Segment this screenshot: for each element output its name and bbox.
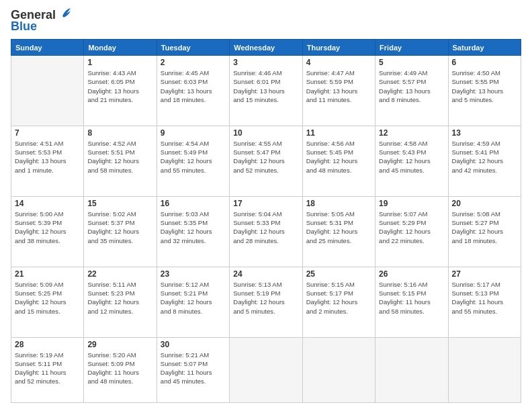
day-number: 12 [379,128,444,138]
day-info: Sunrise: 5:15 AM Sunset: 5:17 PM Dayligh… [306,280,371,316]
calendar-day-header: Friday [375,40,448,56]
day-number: 5 [379,58,444,67]
calendar-day-cell: 24Sunrise: 5:13 AM Sunset: 5:19 PM Dayli… [230,267,302,337]
calendar-week-row: 1Sunrise: 4:43 AM Sunset: 6:05 PM Daylig… [11,56,521,126]
calendar-day-header: Sunday [11,40,84,56]
calendar-day-header: Tuesday [157,40,229,56]
calendar-day-header: Thursday [302,40,375,56]
day-info: Sunrise: 4:55 AM Sunset: 5:47 PM Dayligh… [233,139,298,175]
calendar-day-cell: 13Sunrise: 4:59 AM Sunset: 5:41 PM Dayli… [448,126,521,196]
calendar-day-cell: 12Sunrise: 4:58 AM Sunset: 5:43 PM Dayli… [375,126,448,196]
day-info: Sunrise: 5:13 AM Sunset: 5:19 PM Dayligh… [233,280,298,316]
day-info: Sunrise: 4:51 AM Sunset: 5:53 PM Dayligh… [15,139,80,175]
day-number: 30 [161,340,226,349]
calendar-day-cell [375,337,448,403]
day-number: 15 [87,199,152,208]
calendar-header-row: SundayMondayTuesdayWednesdayThursdayFrid… [11,40,521,56]
calendar-table: SundayMondayTuesdayWednesdayThursdayFrid… [11,39,521,403]
calendar-week-row: 7Sunrise: 4:51 AM Sunset: 5:53 PM Daylig… [11,126,521,196]
day-info: Sunrise: 4:49 AM Sunset: 5:57 PM Dayligh… [379,68,444,104]
calendar-day-cell: 22Sunrise: 5:11 AM Sunset: 5:23 PM Dayli… [84,267,157,337]
calendar-day-cell: 18Sunrise: 5:05 AM Sunset: 5:31 PM Dayli… [302,196,375,267]
day-number: 19 [379,199,444,208]
day-number: 28 [15,340,80,349]
page: General Blue SundayMondayTuesdayWednesda… [0,0,532,411]
calendar-day-cell: 29Sunrise: 5:20 AM Sunset: 5:09 PM Dayli… [84,337,157,403]
calendar-day-cell: 21Sunrise: 5:09 AM Sunset: 5:25 PM Dayli… [11,267,84,337]
calendar-day-cell [11,56,84,126]
day-info: Sunrise: 5:05 AM Sunset: 5:31 PM Dayligh… [306,210,371,245]
day-info: Sunrise: 4:46 AM Sunset: 6:01 PM Dayligh… [233,68,298,104]
day-number: 27 [452,269,517,279]
calendar-day-header: Monday [84,40,157,56]
header: General Blue [11,8,521,34]
day-number: 25 [306,269,371,279]
day-info: Sunrise: 5:16 AM Sunset: 5:15 PM Dayligh… [379,280,444,316]
calendar-day-header: Saturday [448,40,521,56]
day-number: 20 [452,199,517,208]
calendar-day-cell: 19Sunrise: 5:07 AM Sunset: 5:29 PM Dayli… [375,196,448,267]
calendar-day-cell: 10Sunrise: 4:55 AM Sunset: 5:47 PM Dayli… [230,126,302,196]
day-info: Sunrise: 4:45 AM Sunset: 6:03 PM Dayligh… [161,68,226,104]
calendar-day-cell [448,337,521,403]
day-info: Sunrise: 4:59 AM Sunset: 5:41 PM Dayligh… [452,139,517,175]
day-info: Sunrise: 4:58 AM Sunset: 5:43 PM Dayligh… [379,139,444,175]
day-number: 9 [161,128,226,138]
day-number: 14 [15,199,80,208]
day-info: Sunrise: 4:52 AM Sunset: 5:51 PM Dayligh… [87,139,152,175]
day-info: Sunrise: 5:12 AM Sunset: 5:21 PM Dayligh… [161,280,226,316]
calendar-day-cell: 11Sunrise: 4:56 AM Sunset: 5:45 PM Dayli… [302,126,375,196]
day-number: 7 [15,128,80,138]
calendar-day-cell: 7Sunrise: 4:51 AM Sunset: 5:53 PM Daylig… [11,126,84,196]
calendar-day-cell: 28Sunrise: 5:19 AM Sunset: 5:11 PM Dayli… [11,337,84,403]
day-info: Sunrise: 5:02 AM Sunset: 5:37 PM Dayligh… [87,210,152,245]
day-number: 26 [379,269,444,279]
day-info: Sunrise: 5:21 AM Sunset: 5:07 PM Dayligh… [161,351,226,386]
day-info: Sunrise: 5:04 AM Sunset: 5:33 PM Dayligh… [233,210,298,245]
calendar-day-cell: 14Sunrise: 5:00 AM Sunset: 5:39 PM Dayli… [11,196,84,267]
calendar-day-cell [302,337,375,403]
day-number: 16 [161,199,226,208]
logo-blue: Blue [11,19,37,34]
calendar-day-cell: 4Sunrise: 4:47 AM Sunset: 5:59 PM Daylig… [302,56,375,126]
day-info: Sunrise: 4:50 AM Sunset: 5:55 PM Dayligh… [452,68,517,104]
day-info: Sunrise: 4:43 AM Sunset: 6:05 PM Dayligh… [87,68,152,104]
day-info: Sunrise: 5:11 AM Sunset: 5:23 PM Dayligh… [87,280,152,316]
calendar-day-cell: 25Sunrise: 5:15 AM Sunset: 5:17 PM Dayli… [302,267,375,337]
calendar-day-cell: 16Sunrise: 5:03 AM Sunset: 5:35 PM Dayli… [157,196,229,267]
day-info: Sunrise: 5:09 AM Sunset: 5:25 PM Dayligh… [15,280,80,316]
calendar-day-cell: 8Sunrise: 4:52 AM Sunset: 5:51 PM Daylig… [84,126,157,196]
day-number: 29 [87,340,152,349]
calendar-day-cell: 9Sunrise: 4:54 AM Sunset: 5:49 PM Daylig… [157,126,229,196]
calendar-day-cell: 30Sunrise: 5:21 AM Sunset: 5:07 PM Dayli… [157,337,229,403]
day-info: Sunrise: 5:00 AM Sunset: 5:39 PM Dayligh… [15,210,80,245]
day-info: Sunrise: 4:47 AM Sunset: 5:59 PM Dayligh… [306,68,371,104]
calendar-week-row: 28Sunrise: 5:19 AM Sunset: 5:11 PM Dayli… [11,337,521,403]
calendar-day-cell: 27Sunrise: 5:17 AM Sunset: 5:13 PM Dayli… [448,267,521,337]
calendar-day-header: Wednesday [230,40,302,56]
calendar-day-cell: 26Sunrise: 5:16 AM Sunset: 5:15 PM Dayli… [375,267,448,337]
day-info: Sunrise: 5:19 AM Sunset: 5:11 PM Dayligh… [15,351,80,386]
day-number: 23 [161,269,226,279]
day-number: 6 [452,58,517,67]
calendar-day-cell [230,337,302,403]
day-number: 4 [306,58,371,67]
calendar-week-row: 21Sunrise: 5:09 AM Sunset: 5:25 PM Dayli… [11,267,521,337]
calendar-day-cell: 23Sunrise: 5:12 AM Sunset: 5:21 PM Dayli… [157,267,229,337]
day-number: 18 [306,199,371,208]
day-number: 3 [233,58,298,67]
day-info: Sunrise: 5:20 AM Sunset: 5:09 PM Dayligh… [87,351,152,386]
day-number: 2 [161,58,226,67]
logo-bird-icon [57,7,72,21]
day-number: 22 [87,269,152,279]
day-number: 17 [233,199,298,208]
calendar-day-cell: 17Sunrise: 5:04 AM Sunset: 5:33 PM Dayli… [230,196,302,267]
day-number: 1 [87,58,152,67]
calendar-week-row: 14Sunrise: 5:00 AM Sunset: 5:39 PM Dayli… [11,196,521,267]
calendar-day-cell: 15Sunrise: 5:02 AM Sunset: 5:37 PM Dayli… [84,196,157,267]
day-number: 11 [306,128,371,138]
calendar-day-cell: 6Sunrise: 4:50 AM Sunset: 5:55 PM Daylig… [448,56,521,126]
calendar-day-cell: 5Sunrise: 4:49 AM Sunset: 5:57 PM Daylig… [375,56,448,126]
calendar-day-cell: 20Sunrise: 5:08 AM Sunset: 5:27 PM Dayli… [448,196,521,267]
day-info: Sunrise: 5:03 AM Sunset: 5:35 PM Dayligh… [161,210,226,245]
